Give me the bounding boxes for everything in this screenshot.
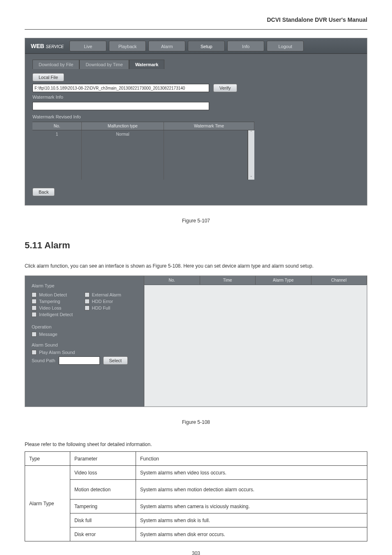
group-alarm-type: Alarm Type xyxy=(32,283,137,288)
checkbox-play-sound[interactable] xyxy=(32,350,37,355)
panel-body: Download by File Download by Time Waterm… xyxy=(25,54,367,205)
parameter-table: Type Parameter Function Alarm Type Video… xyxy=(25,451,367,541)
watermark-info-input[interactable] xyxy=(32,102,209,110)
cell-malf: Normal xyxy=(82,130,164,180)
cell-param-3: Disk full xyxy=(70,513,136,527)
group-operation: Operation xyxy=(32,324,137,329)
logo-web: WEB xyxy=(31,43,44,49)
app-header: WEB SERVICE Live Playback Alarm Setup In… xyxy=(25,38,367,54)
tab-download-file[interactable]: Download by File xyxy=(32,60,79,69)
local-file-button[interactable]: Local File xyxy=(32,73,64,81)
cell-func-4: System alarms when disk error occurs. xyxy=(136,527,367,541)
nav-live[interactable]: Live xyxy=(69,41,106,51)
group-alarm-sound: Alarm Sound xyxy=(32,342,137,347)
cell-func-0: System alarms when video loss occurs. xyxy=(136,466,367,480)
alarm-intro-paragraph: Click alarm function, you can see an int… xyxy=(25,262,367,270)
checkbox-message[interactable] xyxy=(32,332,37,337)
lbl-motion: Motion Detect xyxy=(39,292,67,297)
lbl-hdd-error: HDD Error xyxy=(92,299,113,304)
checkbox-hdd-error[interactable] xyxy=(85,299,90,304)
watermark-table: No. Malfunction type Watermark Time 1 No… xyxy=(32,122,254,180)
scroll-down-icon[interactable]: ˅ xyxy=(250,176,252,180)
cell-param-1: Motion detection xyxy=(70,480,136,500)
checkbox-hdd-full[interactable] xyxy=(85,305,90,310)
logo-service: SERVICE xyxy=(46,44,64,49)
tab-download-time[interactable]: Download by Time xyxy=(79,60,129,69)
cell-no: 1 xyxy=(32,130,82,180)
section-heading-alarm: 5.11 Alarm xyxy=(25,240,367,251)
cell-param-4: Disk error xyxy=(70,527,136,541)
rcol-time: Time xyxy=(200,276,256,284)
rcol-no: No. xyxy=(144,276,200,284)
screenshot-watermark: WEB SERVICE Live Playback Alarm Setup In… xyxy=(25,38,367,206)
screenshot-alarm: Alarm Type Motion Detect Tampering Video… xyxy=(25,275,367,407)
file-path-input[interactable] xyxy=(32,84,209,92)
nav-setup[interactable]: Setup xyxy=(188,41,225,51)
cell-wtime xyxy=(164,130,248,180)
sound-path-input[interactable] xyxy=(59,356,100,365)
checkbox-video-loss[interactable] xyxy=(32,305,37,310)
nav-logout[interactable]: Logout xyxy=(267,41,304,51)
back-button[interactable]: Back xyxy=(32,188,55,196)
lbl-external: External Alarm xyxy=(92,292,122,297)
tab-watermark[interactable]: Watermark xyxy=(129,60,164,69)
nav-bar: Live Playback Alarm Setup Info Logout xyxy=(69,41,306,51)
checkbox-tampering[interactable] xyxy=(32,299,37,304)
lbl-video-loss: Video Loss xyxy=(39,305,61,310)
rcol-channel: Channel xyxy=(311,276,367,284)
scrollbar[interactable]: ˄ ˅ xyxy=(248,130,254,180)
figure-caption-1: Figure 5-107 xyxy=(25,218,367,224)
nav-info[interactable]: Info xyxy=(227,41,264,51)
nav-playback[interactable]: Playback xyxy=(109,41,146,51)
alarm-left-panel: Alarm Type Motion Detect Tampering Video… xyxy=(25,276,144,407)
nav-alarm[interactable]: Alarm xyxy=(148,41,185,51)
checkbox-external[interactable] xyxy=(85,292,90,297)
verify-button[interactable]: Verify xyxy=(213,84,237,92)
cell-func-1: System alarms when motion detection alar… xyxy=(136,480,367,500)
doc-title: DCVI Standalone DVR User's Manual xyxy=(25,16,367,23)
param-intro: Please refer to the following sheet for … xyxy=(25,442,367,447)
lbl-play-sound: Play Alarm Sound xyxy=(39,350,75,355)
alarm-list-body xyxy=(144,285,367,407)
app-logo: WEB SERVICE xyxy=(25,43,69,49)
alarm-right-panel: No. Time Alarm Type Channel xyxy=(144,276,367,407)
col-no: No. xyxy=(32,122,82,130)
cell-type-alarm: Alarm Type xyxy=(25,466,70,541)
cell-func-2: System alarms when camera is viciously m… xyxy=(136,500,367,513)
checkbox-motion[interactable] xyxy=(32,292,37,297)
figure-caption-2: Figure 5-108 xyxy=(25,419,367,425)
lbl-tampering: Tampering xyxy=(39,299,60,304)
scroll-up-icon[interactable]: ˄ xyxy=(250,130,252,134)
th-parameter: Parameter xyxy=(70,452,136,466)
page-number: 303 xyxy=(25,550,367,555)
th-function: Function xyxy=(136,452,367,466)
watermark-info-label: Watermark Info xyxy=(32,95,63,99)
th-type: Type xyxy=(25,452,70,466)
lbl-intelligent: Intelligent Detect xyxy=(39,312,73,317)
lbl-sound-path: Sound Path xyxy=(32,358,55,363)
cell-param-0: Video loss xyxy=(70,466,136,480)
col-watermark-time: Watermark Time xyxy=(164,122,254,130)
divider xyxy=(25,29,367,30)
watermark-revised-label: Watermark Revised Info xyxy=(32,114,81,119)
cell-param-2: Tampering xyxy=(70,500,136,513)
lbl-hdd-full: HDD Full xyxy=(92,305,111,310)
checkbox-intelligent[interactable] xyxy=(32,312,37,317)
select-button[interactable]: Select xyxy=(103,356,128,365)
rcol-alarm-type: Alarm Type xyxy=(256,276,311,284)
lbl-message: Message xyxy=(39,332,58,337)
table-row: 1 Normal xyxy=(32,130,248,180)
subtab-bar: Download by File Download by Time Waterm… xyxy=(32,60,360,69)
col-malfunction: Malfunction type xyxy=(82,122,164,130)
cell-func-3: System alarms when disk is full. xyxy=(136,513,367,527)
